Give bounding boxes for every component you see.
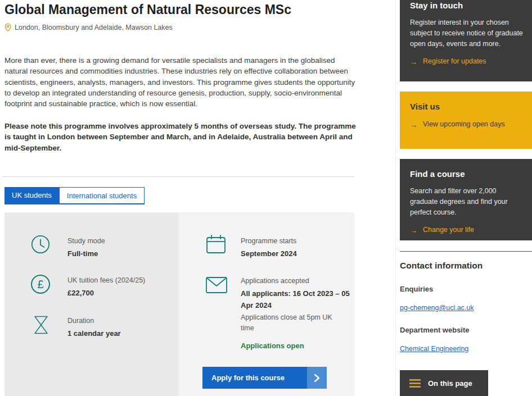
change-your-life-label: Change your life (423, 226, 474, 234)
menu-icon (409, 379, 421, 388)
stay-in-touch-box: Stay in touch Register interest in your … (400, 0, 532, 81)
fee-status-tabs: UK students International students (4, 187, 145, 204)
clock-icon (31, 235, 50, 256)
study-mode-item: Study mode Full-time (67, 237, 105, 260)
location-text: London, Bloomsbury and Adelaide, Mawson … (15, 24, 173, 31)
stay-in-touch-body: Register interest in your chosen subject… (410, 17, 525, 49)
applications-dates: All applicants: 16 Oct 2023 – 05 Apr 202… (241, 288, 353, 311)
find-a-course-box: Find a course Search and filter over 2,0… (400, 159, 532, 240)
register-for-updates-link[interactable]: → Register for updates (410, 57, 525, 67)
chevron-right-icon (307, 367, 327, 389)
tab-international-students[interactable]: International students (59, 187, 145, 203)
contact-information-title: Contact information (400, 261, 483, 271)
register-for-updates-label: Register for updates (423, 57, 486, 65)
programme-starts-item: Programme starts September 2024 (241, 237, 297, 260)
overseas-study-note: Please note this programme involves appr… (4, 121, 358, 153)
sidebar-divider (400, 251, 532, 252)
programme-starts-label: Programme starts (241, 237, 297, 245)
key-information-panel: Study mode Full-time £ UK tuition fees (… (4, 212, 354, 396)
view-open-days-link[interactable]: → View upcoming open days (410, 120, 525, 130)
on-this-page-button[interactable]: On this page (400, 370, 488, 396)
study-mode-value: Full-time (67, 248, 105, 260)
calendar-icon (205, 234, 227, 257)
location-pin-icon (4, 23, 11, 32)
location-row: London, Bloomsbury and Adelaide, Mawson … (4, 23, 173, 32)
applications-status: Applications open (241, 342, 356, 350)
enquiries-label: Enquiries (400, 285, 433, 293)
visit-us-title: Visit us (410, 102, 525, 111)
hourglass-icon (33, 315, 49, 338)
sidebar-column-rule (395, 0, 396, 396)
course-intro-paragraph: More than ever, there is a growing deman… (4, 55, 355, 109)
tab-uk-students[interactable]: UK students (4, 187, 59, 203)
arrow-right-icon: → (410, 57, 417, 67)
find-a-course-body: Search and filter over 2,000 graduate de… (410, 186, 525, 218)
content-divider (2, 176, 354, 177)
applications-label: Applications accepted (241, 277, 356, 285)
duration-label: Duration (67, 317, 121, 325)
study-mode-label: Study mode (67, 237, 105, 245)
apply-button[interactable]: Apply for this course (202, 367, 327, 389)
tuition-fees-label: UK tuition fees (2024/25) (67, 276, 145, 284)
tuition-fees-value: £22,700 (67, 287, 145, 299)
pound-icon: £ (31, 275, 50, 294)
department-website-link[interactable]: Chemical Engineering (400, 345, 468, 353)
enquiries-email-link[interactable]: pg-chemeng@ucl.ac.uk (400, 304, 474, 312)
programme-starts-value: September 2024 (241, 248, 297, 260)
arrow-right-icon: → (410, 226, 417, 235)
envelope-icon (205, 276, 228, 296)
change-your-life-link[interactable]: → Change your life (410, 226, 525, 235)
visit-us-box: Visit us → View upcoming open days (400, 92, 532, 149)
course-page: Global Management of Natural Resources M… (0, 0, 532, 396)
view-open-days-label: View upcoming open days (423, 120, 505, 128)
find-a-course-title: Find a course (410, 169, 525, 179)
tuition-fees-item: UK tuition fees (2024/25) £22,700 (67, 276, 145, 299)
arrow-right-icon: → (410, 120, 417, 130)
duration-item: Duration 1 calendar year (67, 317, 121, 339)
department-website-label: Department website (400, 326, 470, 334)
stay-in-touch-title: Stay in touch (410, 1, 525, 10)
page-title: Global Management of Natural Resources M… (4, 2, 291, 17)
pound-symbol: £ (37, 278, 43, 291)
on-this-page-label: On this page (428, 379, 472, 388)
applications-close-note: Applications close at 5pm UK time (241, 312, 342, 334)
apply-button-label: Apply for this course (202, 367, 307, 389)
duration-value: 1 calendar year (67, 327, 121, 339)
applications-item: Applications accepted All applicants: 16… (241, 277, 356, 350)
